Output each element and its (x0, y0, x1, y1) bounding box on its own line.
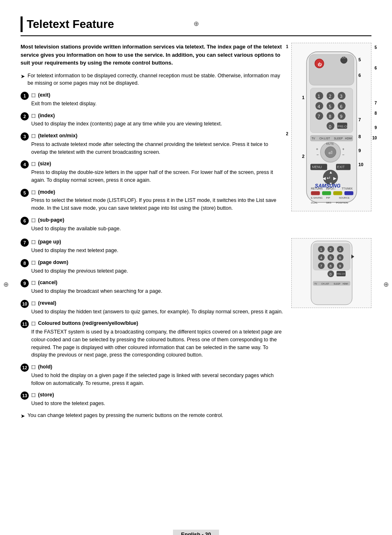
section-body-2: ⬚ (index) Used to display the index (con… (31, 112, 283, 128)
svg-text:SOURCE: SOURCE (339, 196, 349, 199)
section-text-13: Used to store the teletext pages. (31, 400, 283, 408)
label-10: 10 (372, 136, 377, 140)
section-body-3: ⬚ (teletext on/mix) Press to activate te… (31, 132, 283, 156)
label-7: 7 (374, 101, 377, 105)
section-num-10: 10 (21, 300, 29, 308)
svg-text:HDMI: HDMI (343, 283, 348, 285)
section-body-1: ⬚ (exit) Exit from the teletext display. (31, 91, 283, 108)
section-num-6: 6 (21, 217, 29, 225)
svg-text:SOURCE: SOURCE (339, 56, 351, 59)
label-1: 1 (286, 44, 288, 49)
section-body-10: ⬚ (reveal) Used to display the hidden te… (31, 299, 283, 316)
section-title-7: ⬚ (page up) (31, 238, 283, 246)
right-column: ⏻ SOURCE 1 2 3 4 5 6 7 8 (291, 43, 371, 211)
svg-text:TV: TV (314, 283, 317, 285)
section-text-3: Press to activate teletext mode after se… (31, 141, 283, 156)
svg-text:1: 1 (302, 95, 304, 100)
svg-text:PIP: PIP (326, 196, 330, 199)
section-body-7: ⬚ (page up) Used to display the next tel… (31, 238, 283, 255)
section-body-6: ⬚ (sub-page) Used to display the availab… (31, 216, 283, 233)
main-content: Teletext Feature Most television station… (21, 16, 371, 424)
section-body-4: ⬚ (size) Press to display the double-siz… (31, 160, 283, 184)
section-5: 5 ⬚ (mode) Press to select the teletext … (21, 188, 283, 212)
top-crosshair: ⊕ (194, 20, 199, 28)
section-2: 2 ⬚ (index) Used to display the index (c… (21, 112, 283, 128)
sections-container: 1 ⬚ (exit) Exit from the teletext displa… (21, 91, 283, 232)
svg-text:TV: TV (311, 137, 315, 140)
section-title-2: ⬚ (index) (31, 112, 283, 120)
svg-text:2: 2 (302, 154, 304, 159)
svg-text:PRE-CH: PRE-CH (337, 125, 348, 128)
svg-text:MENU: MENU (312, 165, 322, 169)
note-1: ➤ For teletext information to be display… (21, 72, 283, 88)
note-2-text: You can change teletext pages by pressin… (28, 412, 223, 419)
svg-text:CH.LIST: CH.LIST (319, 137, 330, 140)
hold-icon: ⬚ (31, 364, 35, 371)
section-text-5: Press to select the teletext mode (LIST/… (31, 197, 283, 212)
title-accent (21, 16, 23, 32)
svg-text:−: − (316, 153, 319, 157)
svg-text:6: 6 (339, 256, 341, 260)
remote-svg: ⏻ SOURCE 1 2 3 4 5 6 7 8 (297, 49, 367, 205)
svg-text:1: 1 (320, 248, 322, 252)
section-1: 1 ⬚ (exit) Exit from the teletext displa… (21, 91, 283, 108)
svg-text:4: 4 (318, 104, 320, 109)
section-body-11: ⬚ Coloured buttons (red/green/yellow/blu… (31, 320, 283, 359)
section-title-10: ⬚ (reveal) (31, 299, 283, 307)
section-text-2: Used to display the index (contents) pag… (31, 120, 283, 128)
section-text-1: Exit from the teletext display. (31, 100, 283, 108)
bottom-section-layout: 7 ⬚ (page up) Used to display the next t… (21, 238, 371, 424)
svg-rect-56 (322, 191, 331, 195)
label-5: 5 (374, 45, 377, 50)
svg-text:EXIT: EXIT (337, 165, 344, 169)
section-title-6: ⬚ (sub-page) (31, 216, 283, 224)
svg-marker-103 (351, 255, 354, 259)
colour-icon: ⬚ (31, 320, 35, 327)
svg-text:6: 6 (358, 73, 361, 78)
svg-text:2: 2 (330, 248, 332, 252)
section-num-9: 9 (21, 279, 29, 287)
svg-text:6: 6 (340, 104, 342, 109)
size-icon: ⬚ (31, 160, 35, 167)
svg-text:POSITION: POSITION (336, 201, 348, 204)
svg-text:1: 1 (318, 94, 320, 99)
section-title-8: ⬚ (page down) (31, 259, 283, 266)
svg-text:2: 2 (329, 94, 331, 99)
svg-text:⏻: ⏻ (318, 62, 322, 67)
section-11: 11 ⬚ Coloured buttons (red/green/yellow/… (21, 320, 283, 359)
svg-text:SLEEP: SLEEP (334, 283, 341, 285)
section-title-3: ⬚ (teletext on/mix) (31, 132, 283, 140)
svg-text:CH.LIST: CH.LIST (321, 283, 329, 285)
small-remote-svg: 1 2 3 4 5 6 7 8 9 0 PRE-CH TV (295, 240, 369, 306)
cancel-icon: ⬚ (31, 279, 35, 286)
svg-text:8: 8 (358, 134, 361, 139)
svg-text:7: 7 (320, 264, 322, 268)
section-num-8: 8 (21, 259, 29, 267)
svg-text:3: 3 (340, 94, 342, 99)
reveal-icon: ⬚ (31, 300, 35, 307)
store-icon: ⬚ (31, 391, 35, 398)
svg-text:↵: ↵ (326, 175, 330, 181)
svg-text:⏎: ⏎ (328, 150, 332, 156)
section-text-12: Used to hold the display on a given page… (31, 372, 283, 387)
note-2: ➤ You can change teletext pages by press… (21, 412, 283, 420)
svg-text:7: 7 (318, 114, 320, 119)
svg-text:5: 5 (358, 57, 361, 62)
small-remote-image: 1 2 3 4 5 6 7 8 9 0 PRE-CH TV (291, 238, 371, 308)
section-title-12: ⬚ (hold) (31, 363, 283, 371)
svg-text:DUAL: DUAL (311, 201, 318, 204)
note-1-text: For teletext information to be displayed… (28, 72, 283, 88)
section-10: 10 ⬚ (reveal) Used to display the hidden… (21, 299, 283, 316)
exit-icon: ⬚ (31, 92, 35, 99)
section-num-13: 13 (21, 391, 29, 400)
section-text-6: Used to display the available sub-page. (31, 225, 283, 233)
svg-text:▶: ▶ (333, 176, 337, 181)
section-title-4: ⬚ (size) (31, 160, 283, 168)
intro-text: Most television stations provide written… (21, 43, 283, 67)
svg-text:+: + (316, 147, 318, 151)
svg-text:4: 4 (320, 256, 322, 260)
section-text-4: Press to display the double-size letters… (31, 169, 283, 184)
page-container: ⊕ ⊕ ⊕ Teletext Feature Most television s… (0, 16, 392, 535)
section-num-7: 7 (21, 239, 29, 247)
label-9: 9 (374, 125, 377, 130)
